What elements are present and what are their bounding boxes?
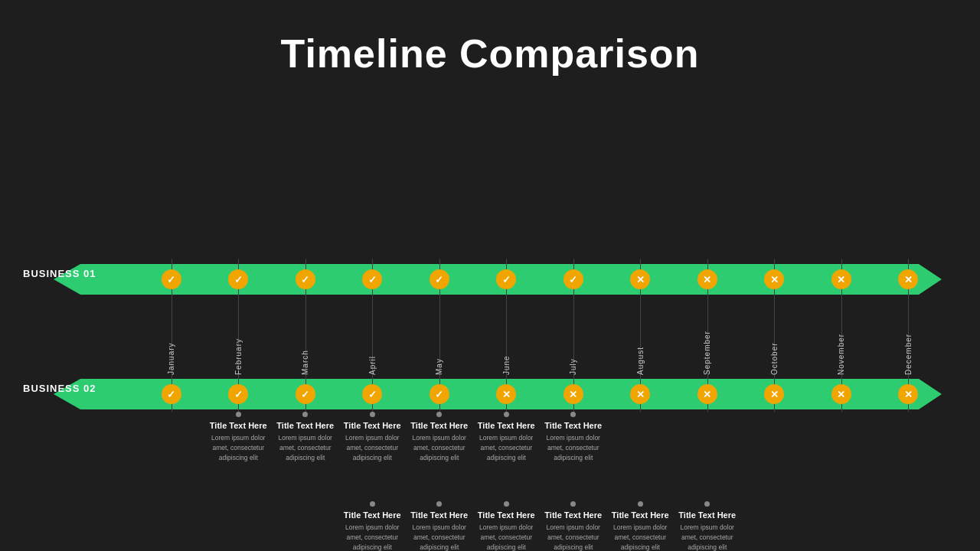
upper-info-boxes: Title Text HereLorem ipsum dolor amet, c… [138, 412, 942, 462]
icon-cell: ✕ [875, 379, 942, 409]
info-body: Lorem ipsum dolor amet, consectetur adip… [341, 523, 405, 551]
icons-row-2: ✓✓✓✓✓✕✕✕✕✕✕✕ [138, 379, 942, 409]
icon-cell: ✕ [607, 379, 675, 409]
upper-box-cell: Title Text HereLorem ipsum dolor amet, c… [339, 412, 407, 462]
icon-cell: ✓ [272, 264, 339, 295]
icon-cell: ✕ [808, 379, 875, 409]
info-dot [236, 412, 241, 417]
lower-box-cell: Title Text HereLorem ipsum dolor amet, c… [540, 501, 607, 551]
business-02-label: BUSINESS 02 [23, 383, 96, 394]
info-dot [638, 501, 643, 507]
icon-cell: ✓ [540, 264, 607, 295]
x-icon: ✕ [496, 384, 516, 404]
upper-box-cell: Title Text HereLorem ipsum dolor amet, c… [473, 412, 541, 462]
info-title: Title Text Here [478, 421, 535, 430]
info-title: Title Text Here [544, 510, 602, 520]
x-icon: ✕ [764, 384, 784, 404]
x-icon: ✕ [697, 384, 717, 404]
check-icon: ✓ [296, 384, 315, 404]
info-dot [302, 412, 308, 417]
lower-box-cell: Title Text HereLorem ipsum dolor amet, c… [473, 501, 541, 551]
info-body: Lorem ipsum dolor amet, consectetur adip… [541, 433, 606, 462]
info-dot [370, 412, 375, 417]
info-dot [504, 501, 509, 507]
info-title: Title Text Here [210, 421, 267, 430]
upper-box-cell [674, 412, 741, 462]
upper-box-cell: Title Text HereLorem ipsum dolor amet, c… [272, 412, 339, 462]
check-icon: ✓ [228, 269, 248, 289]
check-icon: ✓ [296, 269, 315, 289]
icon-cell: ✓ [205, 264, 273, 295]
icon-cell: ✕ [875, 264, 942, 295]
icon-cell: ✓ [406, 264, 473, 295]
check-icon: ✓ [362, 384, 382, 404]
info-dot [570, 501, 576, 507]
upper-box-cell [138, 412, 205, 462]
upper-box-cell: Title Text HereLorem ipsum dolor amet, c… [205, 412, 273, 462]
info-body: Lorem ipsum dolor amet, consectetur adip… [407, 433, 472, 462]
upper-box-cell [607, 412, 675, 462]
lower-box-cell: Title Text HereLorem ipsum dolor amet, c… [674, 501, 741, 551]
x-icon: ✕ [764, 269, 784, 289]
info-title: Title Text Here [544, 421, 602, 430]
lower-box-cell [808, 501, 875, 551]
lower-box-cell [272, 501, 339, 551]
upper-box-cell [741, 412, 808, 462]
info-title: Title Text Here [410, 510, 468, 520]
slide: Timeline Comparison BUSINESS 01 BUSINESS… [0, 0, 980, 551]
icon-cell: ✕ [741, 379, 808, 409]
lower-info-boxes: Title Text HereLorem ipsum dolor amet, c… [138, 501, 942, 551]
info-dot [370, 501, 375, 507]
check-icon: ✓ [564, 269, 583, 289]
info-dot [570, 412, 576, 417]
upper-box-cell: Title Text HereLorem ipsum dolor amet, c… [540, 412, 607, 462]
check-icon: ✓ [430, 269, 449, 289]
info-body: Lorem ipsum dolor amet, consectetur adip… [475, 433, 539, 462]
x-icon: ✕ [564, 384, 583, 404]
upper-box-cell [875, 412, 942, 462]
lower-box-cell: Title Text HereLorem ipsum dolor amet, c… [339, 501, 407, 551]
info-title: Title Text Here [478, 510, 535, 520]
icon-cell: ✕ [674, 379, 741, 409]
lower-box-cell: Title Text HereLorem ipsum dolor amet, c… [607, 501, 675, 551]
x-icon: ✕ [630, 384, 650, 404]
check-icon: ✓ [162, 269, 181, 289]
info-body: Lorem ipsum dolor amet, consectetur adip… [273, 433, 338, 462]
info-title: Title Text Here [344, 421, 401, 430]
info-dot [704, 501, 710, 507]
check-icon: ✓ [430, 384, 449, 404]
icon-cell: ✓ [473, 264, 541, 295]
upper-box-cell [808, 412, 875, 462]
info-title: Title Text Here [678, 510, 736, 520]
x-icon: ✕ [831, 269, 851, 289]
info-title: Title Text Here [410, 421, 468, 430]
info-title: Title Text Here [344, 510, 401, 520]
info-body: Lorem ipsum dolor amet, consectetur adip… [207, 433, 271, 462]
info-body: Lorem ipsum dolor amet, consectetur adip… [541, 523, 606, 551]
icon-cell: ✓ [205, 379, 273, 409]
icon-cell: ✓ [138, 264, 205, 295]
info-dot [436, 501, 442, 507]
info-title: Title Text Here [612, 510, 669, 520]
x-icon: ✕ [697, 269, 717, 289]
lower-box-cell [138, 501, 205, 551]
x-icon: ✕ [630, 269, 650, 289]
lower-box-cell: Title Text HereLorem ipsum dolor amet, c… [406, 501, 473, 551]
check-icon: ✓ [496, 269, 516, 289]
icon-cell: ✕ [473, 379, 541, 409]
main-title: Timeline Comparison [281, 31, 700, 77]
icon-cell: ✓ [339, 264, 407, 295]
lower-box-cell [741, 501, 808, 551]
icon-cell: ✕ [540, 379, 607, 409]
icon-cell: ✕ [674, 264, 741, 295]
business-01-label: BUSINESS 01 [23, 268, 96, 279]
lower-box-cell [875, 501, 942, 551]
icon-cell: ✓ [138, 379, 205, 409]
info-body: Lorem ipsum dolor amet, consectetur adip… [609, 523, 673, 551]
check-icon: ✓ [228, 384, 248, 404]
info-dot [504, 412, 509, 417]
icon-cell: ✓ [272, 379, 339, 409]
upper-box-cell: Title Text HereLorem ipsum dolor amet, c… [406, 412, 473, 462]
info-dot [436, 412, 442, 417]
check-icon: ✓ [362, 269, 382, 289]
